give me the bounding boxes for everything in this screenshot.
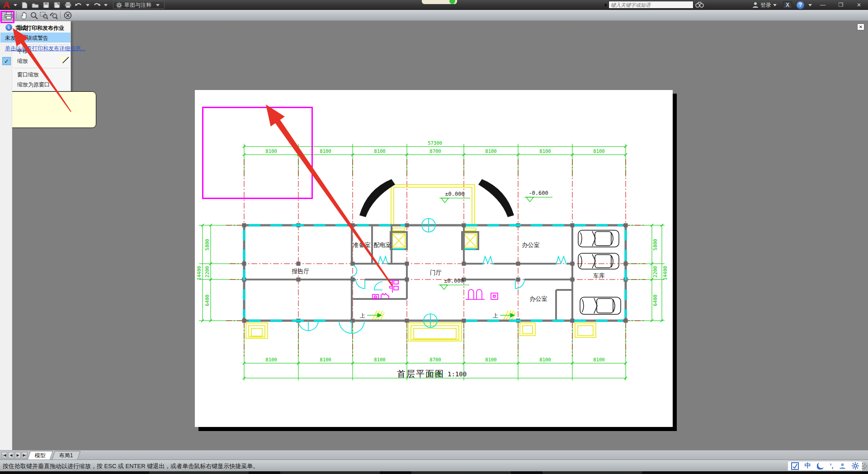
stair-up-label: 上 (493, 313, 498, 319)
undo-icon[interactable] (74, 1, 83, 9)
toolbar-separator (60, 11, 61, 19)
user-tray-icon[interactable] (839, 463, 846, 469)
taskbar-button[interactable] (149, 471, 249, 474)
taskbar-strip (0, 471, 868, 474)
taskbar-button[interactable] (542, 471, 642, 474)
menu-item-zoom-window[interactable]: 窗口缩放 (0, 70, 71, 80)
svg-text:14400: 14400 (196, 266, 202, 280)
elevation-main: ±0.000 (445, 191, 464, 197)
annotation-monitor-icon[interactable] (791, 462, 799, 470)
windows-and-doors (244, 218, 626, 333)
room-label-hall: 门厅 (430, 269, 442, 276)
svg-text:8100: 8100 (539, 148, 551, 154)
svg-text:8100: 8100 (374, 357, 385, 362)
workspace-selector[interactable]: 草图与注释 (113, 1, 165, 9)
stair-up-label: 上 (360, 313, 365, 319)
undo-caret-icon[interactable] (86, 4, 90, 6)
plot-notification-balloon: i 完成打印和发布作业 ✕ 未发现错误或警告 单击以查看打印和发布详细信息... (0, 91, 96, 128)
notification-link[interactable]: 单击以查看打印和发布详细信息... (5, 45, 85, 52)
menu-annotation-box (202, 107, 313, 199)
resize-grip[interactable] (862, 463, 867, 469)
sign-in-button[interactable]: 登录 (752, 1, 778, 9)
car (580, 297, 621, 314)
tab-first-button[interactable]: |◀ (1, 452, 7, 458)
tab-last-button[interactable]: ▶| (22, 452, 28, 458)
app-menu-caret-icon[interactable] (14, 4, 17, 6)
taskbar-button[interactable] (411, 471, 511, 474)
room-label-garage: 车库 (593, 272, 605, 279)
svg-text:6400: 6400 (204, 294, 210, 306)
zoom-window-icon[interactable] (39, 11, 49, 20)
info-icon: i (5, 24, 12, 31)
car (578, 253, 619, 269)
tab-layout1[interactable]: 布局1 (52, 451, 80, 460)
svg-text:57300: 57300 (428, 140, 442, 146)
notification-body: 未发现错误或警告 (5, 34, 48, 42)
exchange-apps-button[interactable]: X (783, 1, 792, 9)
settings-gear-icon[interactable] (852, 462, 859, 469)
save-icon[interactable] (42, 1, 51, 9)
redo-caret-icon[interactable] (104, 4, 108, 6)
status-bar: 按住拾取键并垂直拖动以进行缩放，按 ESC 或 ENTER 键退出，或者单击鼠标… (0, 460, 868, 471)
status-tray: 中 ’, (788, 461, 863, 471)
plot-preview-canvas[interactable]: ±0.000 -0.600 ±0.000 上 上 57300 8100 8100… (0, 21, 868, 450)
room-label-prep: 准备室 (353, 242, 371, 248)
taskbar-button[interactable] (280, 471, 380, 474)
tab-prev-button[interactable]: ◀ (8, 452, 14, 458)
svg-text:8100: 8100 (320, 357, 331, 362)
autocad-logo-icon[interactable] (1, 0, 12, 9)
svg-text:8100: 8100 (593, 148, 604, 154)
pan-icon[interactable] (19, 11, 29, 20)
toolbar-separator (16, 11, 17, 19)
room-label-power: 配电室 (374, 242, 392, 248)
redo-icon[interactable] (92, 1, 101, 9)
save-as-icon[interactable] (52, 1, 61, 9)
isolate-objects-icon[interactable]: ’, (830, 462, 834, 469)
help-caret-icon[interactable] (808, 4, 812, 6)
room-label-lecture: 报告厅 (292, 268, 310, 275)
room-label-office-bottom: 办公室 (530, 295, 547, 302)
plan-title: 首层平面图 (397, 369, 444, 379)
svg-text:8100: 8100 (593, 357, 604, 362)
preview-toolbar (0, 10, 868, 21)
elevation-hall: ±0.000 (444, 278, 463, 284)
balloon-tail (59, 57, 69, 63)
svg-text:2200: 2200 (204, 266, 210, 277)
restore-button[interactable]: ❐ (833, 1, 849, 9)
menu-separator (0, 66, 71, 70)
tab-model[interactable]: 模型 (28, 451, 53, 460)
tab-next-button[interactable]: ▶ (15, 452, 21, 458)
user-icon (752, 2, 759, 8)
svg-text:8100: 8100 (320, 148, 331, 154)
menu-item-zoom-original[interactable]: 缩放为原窗口 (0, 80, 71, 90)
gear-icon (116, 2, 122, 8)
new-file-icon[interactable] (20, 1, 29, 9)
plan-scale: 1:100 (448, 370, 467, 378)
check-icon: ✓ (2, 57, 11, 65)
ime-indicator[interactable]: 中 (805, 462, 811, 470)
zoom-realtime-icon[interactable] (29, 11, 39, 20)
workspace-caret-icon[interactable] (156, 4, 160, 6)
svg-text:8100: 8100 (485, 357, 496, 362)
sign-in-caret-icon[interactable] (773, 4, 777, 6)
help-button[interactable]: ? (797, 1, 804, 9)
close-button[interactable]: ✕ (851, 1, 867, 9)
layout-tabs-bar: |◀ ◀ ▶ ▶| 模型 布局1 (0, 450, 868, 460)
svg-text:6400: 6400 (652, 294, 658, 306)
status-message: 按住拾取键并垂直拖动以进行缩放，按 ESC 或 ENTER 键退出，或者单击鼠标… (3, 462, 259, 470)
svg-text:8100: 8100 (374, 148, 385, 154)
notification-title: 完成打印和发布作业 (15, 24, 64, 32)
workspace-label: 草图与注释 (124, 1, 151, 9)
search-input[interactable] (609, 1, 693, 9)
plot-icon[interactable] (63, 1, 72, 9)
overlay-record-dot (449, 0, 455, 4)
close-preview-icon[interactable] (63, 11, 73, 20)
zoom-previous-icon[interactable] (49, 11, 59, 20)
minimize-button[interactable]: — (815, 1, 830, 9)
elevation-entry: -0.600 (528, 190, 548, 196)
search-binoculars-icon[interactable] (695, 1, 704, 8)
notification-close-button[interactable]: ✕ (857, 24, 864, 30)
clean-screen-moon-icon[interactable] (817, 462, 824, 469)
open-file-icon[interactable] (31, 1, 40, 9)
infocenter-expand-icon[interactable] (605, 3, 607, 7)
